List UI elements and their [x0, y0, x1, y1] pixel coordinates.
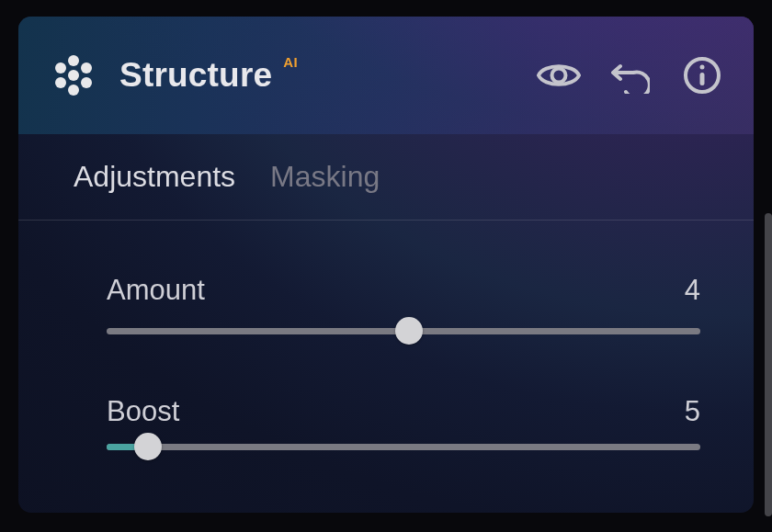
info-button[interactable] [682, 55, 722, 96]
vertical-scrollbar[interactable] [765, 213, 772, 516]
boost-value[interactable]: 5 [685, 395, 700, 428]
svg-point-2 [700, 65, 705, 70]
panel-header: Structure AI [18, 17, 754, 134]
ai-badge: AI [283, 54, 298, 70]
amount-slider-group: Amount 4 [107, 274, 700, 345]
visibility-toggle-button[interactable] [539, 55, 579, 96]
amount-thumb[interactable] [395, 317, 423, 345]
info-icon [683, 56, 721, 95]
structure-tool-icon [53, 55, 94, 96]
boost-slider[interactable] [107, 432, 700, 461]
tab-bar: Adjustments Masking [18, 134, 754, 221]
amount-slider[interactable] [107, 316, 700, 345]
boost-thumb[interactable] [134, 433, 162, 460]
panel-title-text: Structure [119, 56, 272, 94]
eye-icon [537, 60, 581, 91]
undo-icon [611, 57, 650, 94]
svg-rect-3 [700, 73, 705, 85]
panel-body: Amount 4 Boost 5 [18, 221, 754, 461]
structure-panel: Structure AI [18, 17, 754, 513]
header-actions [539, 55, 722, 96]
boost-track [107, 444, 700, 450]
boost-label: Boost [107, 395, 179, 428]
svg-point-0 [552, 69, 566, 83]
amount-label: Amount [107, 274, 205, 307]
amount-value[interactable]: 4 [685, 274, 700, 307]
title-wrap: Structure AI [53, 55, 539, 96]
tab-adjustments[interactable]: Adjustments [74, 160, 235, 194]
app-frame: Structure AI [0, 0, 772, 532]
tab-masking[interactable]: Masking [270, 160, 380, 194]
boost-slider-group: Boost 5 [107, 395, 700, 461]
boost-slider-header: Boost 5 [107, 395, 700, 428]
boost-fill [107, 444, 136, 450]
amount-slider-header: Amount 4 [107, 274, 700, 307]
panel-title: Structure AI [119, 56, 272, 95]
reset-button[interactable] [610, 55, 651, 96]
